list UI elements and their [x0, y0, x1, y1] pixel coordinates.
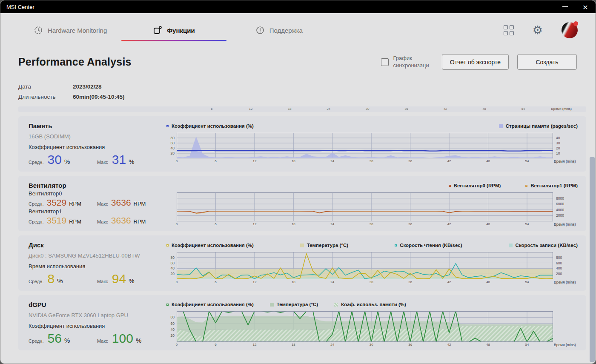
- x-axis-tick: 54: [525, 159, 529, 163]
- avg-value: 30: [48, 153, 62, 166]
- x-axis-tick: 48: [486, 159, 490, 163]
- avg-value: 8: [48, 272, 55, 285]
- legend-outline-marker: [166, 244, 169, 246]
- x-axis-tick: 30: [370, 222, 373, 226]
- legend-label: Скорость чтения (KB/sec): [400, 243, 462, 248]
- disk-section: Диск Диск0 : SAMSUNG MZVL4512HBLU-00BTW …: [18, 235, 586, 291]
- settings-gear-icon[interactable]: ⚙: [533, 25, 543, 36]
- x-axis-tick: 36: [408, 343, 412, 347]
- x-axis-tick: 18: [292, 159, 295, 163]
- left-axis: 20406080: [166, 252, 177, 279]
- minimize-button[interactable]: [555, 0, 575, 13]
- plot-area: [177, 133, 553, 158]
- left-axis-tick: 40: [171, 146, 175, 150]
- x-axis-label: Время (mins): [554, 159, 576, 163]
- legend-item: Коэф. использ. памяти (%): [334, 302, 406, 307]
- left-axis: [166, 192, 177, 221]
- right-axis-tick: 2000: [556, 213, 564, 218]
- plot-area: [177, 252, 553, 279]
- tab-functions[interactable]: Функции: [153, 26, 195, 35]
- max-unit: RPM: [134, 201, 146, 207]
- avg-unit: RPM: [69, 201, 81, 207]
- left-axis: 20406080: [166, 311, 177, 342]
- x-axis: 061218243036424854Время (mins): [166, 222, 579, 228]
- minimize-icon: [562, 6, 568, 7]
- page-header: Performance Analysis График синхронизаци…: [18, 54, 577, 70]
- fan-section: Вентилятор Вентилятор0 Средн. 3529 RPM М…: [18, 176, 586, 231]
- x-axis-tick: 24: [327, 107, 330, 111]
- max-unit: %: [136, 337, 141, 344]
- duration-value: 60min(09:45-10:45): [73, 94, 125, 100]
- max-label: Макс: [97, 201, 108, 206]
- x-axis: 061218243036424854Время (mins): [166, 280, 579, 286]
- close-button[interactable]: ×: [575, 0, 596, 13]
- left-axis-tick: 60: [171, 141, 175, 145]
- section-subtitle: 16GB (SODIMM): [29, 133, 166, 140]
- legend-fill-marker: [270, 303, 274, 307]
- section-metric-label: Коэффициент использования: [29, 323, 166, 329]
- x-axis-label: Время (mins): [554, 222, 576, 226]
- fan-chart: Вентилятор0 (RPM)Вентилятор1 (RPM) 20004…: [166, 181, 579, 229]
- vertical-scrollbar-thumb[interactable]: [590, 157, 595, 362]
- history-icon: [34, 26, 43, 35]
- avg-value: 3529: [47, 198, 67, 207]
- export-report-button[interactable]: Отчет об экспорте: [442, 54, 509, 70]
- x-axis-tick: 30: [370, 159, 373, 163]
- right-axis: [553, 311, 576, 342]
- sync-checkbox[interactable]: [381, 58, 389, 66]
- x-axis-tick: 24: [330, 280, 334, 284]
- x-axis-tick: 12: [252, 222, 256, 226]
- create-button[interactable]: Создать: [517, 54, 577, 70]
- sync-checkbox-label: График синхронизаци: [393, 55, 429, 69]
- left-axis-tick: 80: [171, 315, 175, 319]
- right-axis: 10203040: [553, 133, 576, 158]
- plot-area: [177, 311, 553, 342]
- legend-item: Коэффициент использования (%): [166, 243, 254, 248]
- avg-label: Средн.: [29, 279, 44, 284]
- x-axis-tick: 54: [525, 222, 529, 226]
- tab-label: Функции: [167, 27, 195, 34]
- x-axis-tick: 6: [215, 159, 216, 163]
- right-axis-tick: 600: [556, 261, 562, 265]
- legend-label: Температура (°C): [307, 243, 348, 248]
- right-axis-tick: 10: [556, 151, 560, 155]
- user-avatar[interactable]: [562, 22, 578, 38]
- avg-label: Средн.: [29, 160, 44, 165]
- apps-grid-icon[interactable]: [504, 25, 514, 35]
- left-axis-tick: 40: [171, 266, 175, 270]
- x-axis-tick: 6: [215, 343, 216, 347]
- section-title: Вентилятор: [29, 182, 166, 189]
- legend-item: Коэффициент использования (%): [166, 123, 254, 129]
- x-axis-tick: 24: [330, 343, 334, 347]
- legend-item: Температура (°C): [270, 302, 318, 307]
- legend-label: Страницы памяти (pages/sec): [506, 123, 578, 129]
- legend-label: Скорость записи (KB/sec): [516, 243, 578, 248]
- section-subtitle: Диск0 : SAMSUNG MZVL4512HBLU-00BTW: [29, 252, 166, 259]
- memory-chart: Коэффициент использования (%)Страницы па…: [166, 121, 579, 169]
- x-axis-tick: 30: [366, 107, 369, 111]
- legend-outline-marker: [449, 185, 451, 187]
- avg-unit: %: [64, 158, 70, 165]
- avg-value: 56: [48, 332, 62, 345]
- x-axis-tick: 36: [408, 159, 412, 163]
- x-axis-tick: 42: [447, 222, 451, 226]
- left-axis-tick: 80: [171, 255, 175, 260]
- x-axis-label: Время (mins): [551, 107, 572, 111]
- chart-legend: Вентилятор0 (RPM)Вентилятор1 (RPM): [166, 182, 579, 189]
- legend-outline-marker: [395, 244, 397, 246]
- legend-outline-marker: [525, 185, 527, 187]
- tab-hardware-monitoring[interactable]: Hardware Monitoring: [34, 26, 107, 35]
- x-axis-tick: 48: [486, 280, 490, 284]
- disk-chart: Коэффициент использования (%)Температура…: [166, 240, 579, 288]
- left-axis-tick: 20: [171, 151, 175, 155]
- x-axis-tick: 36: [408, 280, 412, 284]
- titlebar: MSI Center ×: [0, 0, 596, 13]
- x-axis-tick: 12: [252, 280, 256, 284]
- tab-support[interactable]: Поддержка: [255, 26, 303, 35]
- x-axis-tick: 42: [447, 280, 451, 284]
- legend-fill-marker: [509, 244, 513, 247]
- left-axis-tick: 60: [171, 321, 175, 326]
- x-axis-tick: 12: [252, 159, 256, 163]
- x-axis-tick: 6: [215, 280, 216, 284]
- right-axis-tick: 4000: [556, 208, 564, 212]
